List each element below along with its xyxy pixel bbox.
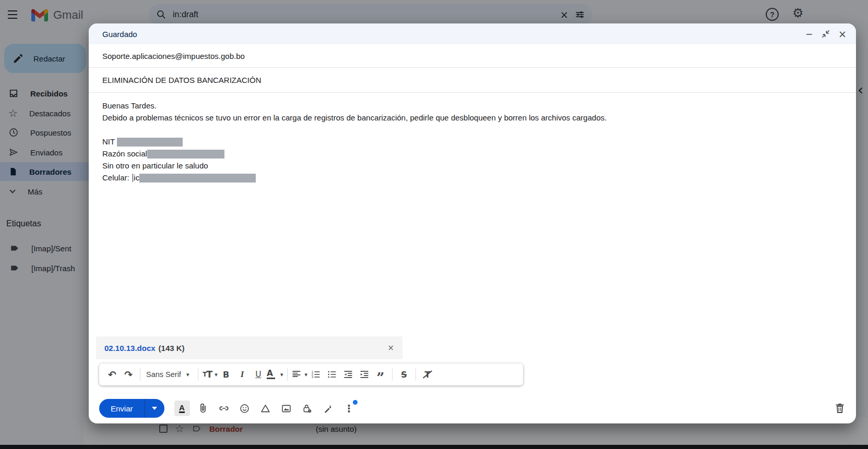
body-line: Celular: ic	[102, 172, 842, 184]
font-family-value: Sans Serif	[146, 370, 181, 379]
svg-text:3: 3	[312, 375, 314, 379]
confidential-mode-icon[interactable]	[297, 399, 318, 418]
send-button[interactable]: Enviar	[99, 399, 164, 418]
text-color-selector[interactable]: A▾	[267, 367, 283, 382]
gmail-app: Gmail in:draft × ? ⚙ Redactar Recibidos …	[0, 0, 868, 449]
indent-less-icon[interactable]	[340, 367, 356, 382]
text-color-icon: A	[267, 370, 275, 379]
body-line	[102, 124, 842, 136]
compose-status: Guardado	[102, 30, 805, 39]
bulleted-list-icon[interactable]	[324, 367, 340, 382]
exit-fullscreen-icon[interactable]	[822, 30, 830, 38]
chevron-down-icon: ▾	[280, 371, 283, 378]
chevron-down-icon: ▾	[186, 371, 189, 378]
align-left-icon	[291, 369, 302, 380]
chevron-down-icon	[152, 407, 157, 410]
recipient-field[interactable]: Soporte.aplicaciones@impuestos.gob.bo	[89, 44, 856, 68]
body-line: Debido a problemas técnicos se tuvo un e…	[102, 112, 842, 124]
italic-icon[interactable]: I	[234, 367, 250, 382]
underline-icon[interactable]: U	[251, 367, 266, 382]
indent-more-icon[interactable]	[356, 367, 372, 382]
redacted-text	[117, 138, 183, 147]
minimize-icon[interactable]: −	[805, 30, 813, 38]
chevron-down-icon: ▾	[215, 371, 217, 378]
undo-icon[interactable]: ↶	[104, 367, 120, 382]
insert-signature-icon[interactable]	[318, 399, 339, 418]
text-size-selector[interactable]: TT▾	[202, 367, 218, 382]
insert-photo-icon[interactable]	[276, 399, 297, 418]
vertical-dots-icon: ⋮	[344, 403, 354, 414]
attachment-size: (143 K)	[159, 344, 185, 353]
font-family-selector[interactable]: Sans Serif ▾	[144, 367, 194, 382]
body-line: Razón social	[102, 148, 842, 160]
body-line: Buenas Tardes.	[102, 100, 842, 112]
text-caret	[133, 174, 134, 182]
body-line: NIT	[102, 136, 842, 148]
body-line: Sin otro en particular le saludo	[102, 160, 842, 172]
close-icon[interactable]: ×	[838, 30, 847, 38]
notification-dot	[353, 400, 358, 405]
subject-field[interactable]: ELIMINACIÓN DE DATOS BANCARIZACIÓN	[89, 68, 856, 93]
discard-draft-icon[interactable]	[834, 402, 847, 416]
remove-formatting-icon[interactable]: T	[420, 367, 435, 382]
more-options-icon[interactable]: ⋮	[339, 399, 360, 418]
attachment-name[interactable]: 02.10.13.docx	[104, 344, 156, 353]
attachment-chip[interactable]: 02.10.13.docx (143 K) ×	[96, 336, 402, 359]
insert-link-icon[interactable]	[213, 399, 234, 418]
compose-actions: Enviar A	[99, 399, 360, 418]
send-button-label[interactable]: Enviar	[99, 399, 145, 418]
strikethrough-icon[interactable]: S	[396, 367, 412, 382]
compose-window: Guardado − × Soporte.aplicaciones@impues…	[89, 23, 856, 423]
numbered-list-icon[interactable]: 123	[308, 367, 324, 382]
chevron-down-icon: ▾	[305, 371, 308, 378]
insert-emoji-icon[interactable]	[234, 399, 255, 418]
format-a-icon: A	[179, 404, 185, 413]
bold-icon[interactable]: B	[218, 367, 234, 382]
align-selector[interactable]: ▾	[291, 367, 308, 382]
formatting-toolbar: ↶ ↷ Sans Serif ▾ TT▾ B I U A▾ ▾ 123	[99, 363, 523, 385]
insert-from-drive-icon[interactable]	[255, 399, 276, 418]
message-body-editor[interactable]: Buenas Tardes.Debido a problemas técnico…	[89, 93, 856, 190]
attach-file-icon[interactable]	[193, 399, 213, 418]
formatting-options-icon[interactable]: A	[174, 401, 190, 416]
compose-header[interactable]: Guardado − ×	[89, 23, 856, 44]
redacted-text	[139, 174, 256, 183]
redacted-text	[147, 150, 224, 159]
quote-icon[interactable]: ”	[373, 367, 388, 382]
remove-attachment-icon[interactable]: ×	[387, 343, 394, 353]
send-options-arrow[interactable]	[145, 399, 164, 418]
redo-icon[interactable]: ↷	[121, 367, 136, 382]
